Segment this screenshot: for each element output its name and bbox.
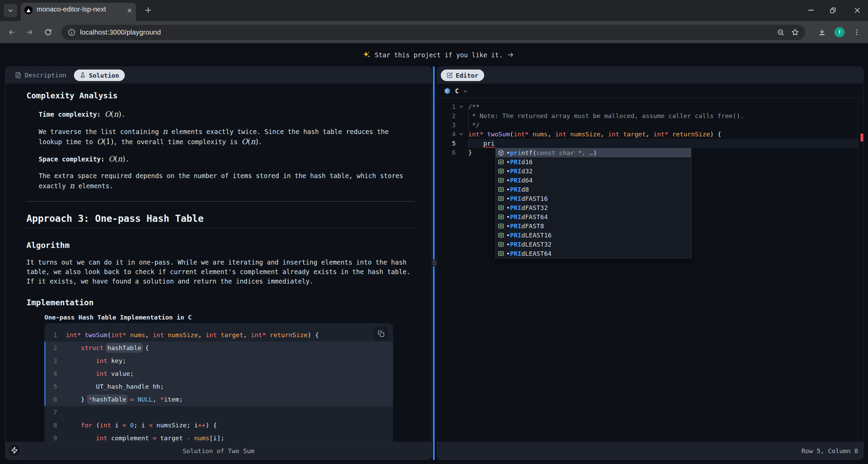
url-bar[interactable]: localhost:3000/playground	[61, 25, 805, 40]
heading-algorithm: Algorithm	[26, 239, 70, 251]
suggest-item[interactable]: •PRId64	[496, 176, 691, 185]
tab-search-button[interactable]	[4, 4, 17, 17]
tab-description-label: Description	[25, 72, 66, 79]
fold-chevron-icon[interactable]	[458, 131, 464, 137]
fold-chevron-icon[interactable]	[458, 104, 464, 110]
solution-article: Complexity Analysis Time complexity: O(n…	[5, 84, 432, 442]
symbol-module-icon	[498, 150, 504, 156]
browser-tab[interactable]: monaco-editor-lsp-next	[21, 3, 136, 21]
suggest-item[interactable]: •PRIdLEAST16	[496, 231, 691, 240]
error-squiggle	[483, 146, 495, 148]
left-panel-footer: Solution of Two Sum	[5, 442, 432, 460]
code-block: 1int* twoSum(int* nums, int numsSize, in…	[44, 323, 393, 442]
reload-button[interactable]	[44, 28, 52, 36]
overview-ruler-border	[858, 98, 858, 442]
restore-button[interactable]	[830, 7, 836, 14]
url-text[interactable]: localhost:3000/playground	[80, 25, 161, 40]
code-line: 5 UT_hash_handle hh;	[44, 380, 393, 393]
quick-action-button[interactable]	[8, 444, 21, 457]
monaco-editor[interactable]: 1/**2 * Note: The returned array must be…	[437, 98, 863, 442]
editor-panel: Editor C C 1/**2 * Note: The returned ar…	[437, 66, 864, 460]
algorithm-paragraph: It turns out we can do it in one-pass. W…	[26, 257, 410, 286]
zoom-out-icon[interactable]	[777, 28, 785, 36]
suggest-item[interactable]: •PRIdFAST64	[496, 212, 691, 221]
code-line: 9 int complement = target - nums[i];	[44, 432, 393, 442]
file-text-icon	[15, 72, 21, 78]
cursor-position-status: Row 5, Column 8	[802, 442, 858, 460]
minimize-button[interactable]	[808, 7, 814, 14]
heading-implementation: Implementation	[26, 297, 94, 308]
suggest-item[interactable]: •PRIdLEAST64	[496, 249, 691, 258]
symbol-text-icon	[498, 250, 504, 257]
code-line: 4 int value;	[44, 367, 393, 380]
editor-line[interactable]: 1/**	[437, 102, 863, 111]
browser-tab-strip: monaco-editor-lsp-next	[0, 0, 868, 21]
suggest-item[interactable]: •PRId16	[496, 157, 691, 167]
symbol-text-icon	[498, 223, 504, 229]
editor-line[interactable]: 4int* twoSum(int* nums, int numsSize, in…	[437, 130, 863, 139]
close-button[interactable]	[854, 7, 861, 14]
back-button[interactable]	[8, 28, 16, 36]
time-complexity-paragraph: We traverse the list containing n elemen…	[39, 127, 389, 147]
space-complexity-line: Space complexity: O(n).	[39, 154, 129, 164]
site-info-icon[interactable]	[68, 28, 76, 36]
tab-solution[interactable]: Solution	[74, 70, 125, 81]
favicon	[24, 6, 33, 14]
suggest-item[interactable]: •PRIdFAST16	[496, 194, 691, 203]
code-block-title: One-pass Hash Table Implementation in C	[44, 313, 192, 322]
banner-text: Star this project if you like it.	[375, 51, 503, 59]
tab-close-icon[interactable]	[126, 7, 133, 14]
tab-solution-label: Solution	[89, 72, 119, 79]
zap-icon	[11, 447, 18, 454]
symbol-text-icon	[498, 214, 504, 220]
c-language-icon: C	[444, 88, 451, 95]
suggest-item[interactable]: •PRIdFAST8	[496, 221, 691, 231]
code-line: 8 for (int i = 0; i < numsSize; i++) {	[44, 419, 393, 432]
suggest-item[interactable]: •PRIdFAST32	[496, 203, 691, 212]
suggest-item[interactable]: •PRIdLEAST32	[496, 240, 691, 249]
editor-line[interactable]: 5 pri	[437, 139, 863, 148]
editor-line[interactable]: 2 * Note: The returned array must be mal…	[437, 111, 863, 120]
suggest-item[interactable]: •PRId8	[496, 185, 691, 194]
right-panel-footer: Row 5, Column 8	[437, 442, 863, 460]
browser-toolbar: localhost:3000/playground f	[0, 21, 868, 43]
forward-button[interactable]	[26, 28, 33, 36]
bookmark-star-icon[interactable]	[791, 28, 799, 36]
chevron-down-icon	[7, 7, 14, 14]
sparkles-icon	[363, 51, 371, 59]
new-tab-button[interactable]	[144, 6, 153, 15]
language-selector-bar[interactable]: C C	[437, 84, 863, 98]
code-line: 2 struct hashTable {	[44, 342, 393, 354]
tab-editor[interactable]: Editor	[441, 70, 484, 81]
code-lines: 1int* twoSum(int* nums, int numsSize, in…	[44, 329, 393, 442]
tab-description[interactable]: Description	[15, 67, 66, 83]
svg-text:C: C	[446, 89, 449, 94]
overview-ruler-error-marker	[861, 134, 863, 141]
symbol-text-icon	[498, 186, 504, 193]
panel-footer-title: Solution of Two Sum	[5, 442, 432, 460]
language-chevron-icon	[463, 89, 468, 94]
star-project-banner[interactable]: Star this project if you like it.	[4, 43, 868, 66]
code-line: 6 } *hashTable = NULL, *item;	[44, 393, 393, 406]
menu-kebab-icon[interactable]	[853, 28, 861, 36]
left-panel-header: Description Solution	[5, 67, 432, 83]
right-panel-header: Editor	[437, 67, 863, 83]
editor-line[interactable]: 3 */	[437, 120, 863, 130]
tab-editor-label: Editor	[456, 72, 478, 79]
resize-grip-handle[interactable]	[432, 259, 437, 267]
language-label: C	[455, 84, 459, 98]
profile-avatar[interactable]: f	[834, 27, 845, 37]
suggest-item[interactable]: •printf(const char *, …)	[496, 148, 691, 157]
code-line: 3 int key;	[44, 354, 393, 367]
copy-icon	[377, 330, 384, 337]
arrow-right-icon	[507, 51, 514, 58]
downloads-button[interactable]	[818, 28, 826, 36]
copy-code-button[interactable]	[373, 326, 389, 342]
suggest-item[interactable]: •PRId32	[496, 167, 691, 176]
space-complexity-paragraph: The extra space required depends on the …	[39, 171, 403, 191]
symbol-text-icon	[498, 159, 504, 165]
symbol-text-icon	[498, 195, 504, 202]
suggest-widget[interactable]: •printf(const char *, …)•PRId16•PRId32•P…	[495, 148, 691, 258]
symbol-text-icon	[498, 177, 504, 183]
grip-dots-icon	[433, 261, 435, 265]
